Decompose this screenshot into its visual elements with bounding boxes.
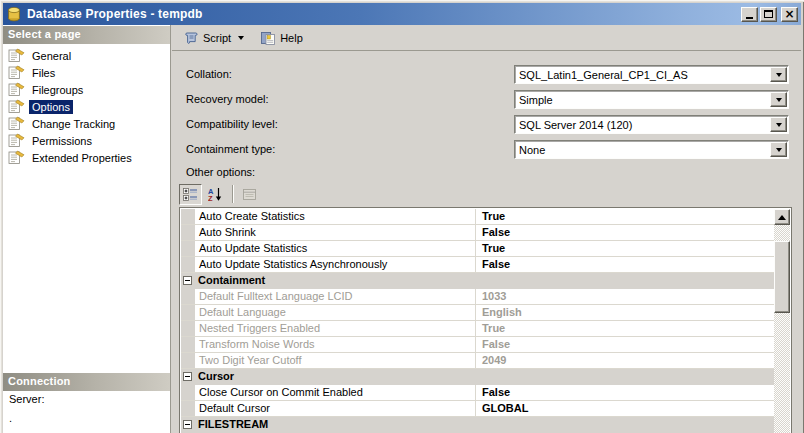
- form-field-row: Containment type: None: [172, 140, 801, 165]
- script-dropdown-icon[interactable]: [238, 36, 244, 40]
- grid-row[interactable]: Cursor: [181, 369, 774, 385]
- page-icon: [8, 82, 25, 97]
- property-pages-icon: [242, 187, 257, 202]
- form-field-row: Collation: SQL_Latin1_General_CP1_CI_AS: [172, 65, 801, 90]
- property-value[interactable]: False: [476, 225, 774, 240]
- grid-row[interactable]: Close Cursor on Commit Enabled False: [181, 385, 774, 401]
- collapse-icon[interactable]: [183, 372, 192, 381]
- category-indent-strip: [181, 385, 195, 400]
- sidebar-page-item[interactable]: Filegroups: [4, 81, 169, 98]
- property-value[interactable]: English: [476, 305, 774, 320]
- property-name: Auto Update Statistics: [195, 241, 476, 256]
- categorized-icon: [183, 187, 198, 202]
- scrollbar-up-button[interactable]: [774, 209, 790, 225]
- combo-box[interactable]: Simple: [514, 90, 789, 109]
- sidebar-page-item[interactable]: Files: [4, 64, 169, 81]
- combo-dropdown-button[interactable]: [770, 92, 787, 107]
- combo-dropdown-button[interactable]: [770, 117, 787, 132]
- grid-row[interactable]: Auto Create Statistics True: [181, 209, 774, 225]
- property-name: Transform Noise Words: [195, 337, 476, 352]
- database-properties-dialog: Database Properties - tempdb × Select a …: [0, 0, 804, 433]
- scrollbar-thumb[interactable]: [774, 241, 790, 313]
- sidebar-page-label: Filegroups: [29, 83, 86, 97]
- combo-selected-value: SQL_Latin1_General_CP1_CI_AS: [515, 69, 769, 81]
- help-label: Help: [280, 32, 303, 44]
- combo-box[interactable]: SQL Server 2014 (120): [514, 115, 789, 134]
- sidebar-page-item[interactable]: Extended Properties: [4, 149, 169, 166]
- property-value[interactable]: True: [476, 241, 774, 256]
- property-value[interactable]: GLOBAL: [476, 401, 774, 416]
- close-button[interactable]: ×: [781, 7, 798, 22]
- category-indent-strip: [181, 241, 195, 256]
- sidebar-page-label: Permissions: [29, 134, 95, 148]
- property-value[interactable]: False: [476, 385, 774, 400]
- property-name: Auto Update Statistics Asynchronously: [195, 257, 476, 272]
- form-field-row: Compatibility level: SQL Server 2014 (12…: [172, 115, 801, 140]
- sidebar-page-item[interactable]: General: [4, 47, 169, 64]
- property-value[interactable]: 2049: [476, 353, 774, 368]
- grid-row[interactable]: Nested Triggers Enabled True: [181, 321, 774, 337]
- sidebar-page-item[interactable]: Change Tracking: [4, 115, 169, 132]
- category-indent-strip: [181, 225, 195, 240]
- categorized-button[interactable]: [179, 184, 202, 205]
- chevron-down-icon: [776, 73, 782, 77]
- options-form: Collation: SQL_Latin1_General_CP1_CI_AS …: [172, 65, 801, 165]
- collapse-icon[interactable]: [183, 420, 192, 429]
- category-indent-strip: [181, 321, 195, 336]
- property-value[interactable]: False: [476, 257, 774, 272]
- property-name: Default Fulltext Language LCID: [195, 289, 476, 304]
- combo-dropdown-button[interactable]: [770, 67, 787, 82]
- category-indent-strip: [181, 273, 195, 289]
- combo-selected-value: Simple: [515, 94, 769, 106]
- options-page-panel: Script Help Collation: S: [172, 25, 801, 433]
- grid-row[interactable]: Default Cursor GLOBAL: [181, 401, 774, 417]
- connection-info: Server: .: [9, 393, 168, 424]
- grid-row[interactable]: FILESTREAM: [181, 417, 774, 433]
- field-label: Compatibility level:: [186, 118, 278, 130]
- property-value[interactable]: True: [476, 209, 774, 224]
- grid-row[interactable]: Default Fulltext Language LCID 1033: [181, 289, 774, 305]
- script-icon: [183, 30, 199, 46]
- sidebar-page-label: General: [29, 49, 74, 63]
- other-options-label: Other options:: [186, 166, 255, 178]
- grid-row[interactable]: Two Digit Year Cutoff 2049: [181, 353, 774, 369]
- sidebar-page-label: Change Tracking: [29, 117, 118, 131]
- chevron-down-icon: [776, 98, 782, 102]
- minimize-button[interactable]: [741, 7, 758, 22]
- grid-row[interactable]: Default Language English: [181, 305, 774, 321]
- grid-row[interactable]: Auto Update Statistics Asynchronously Fa…: [181, 257, 774, 273]
- collapse-icon[interactable]: [183, 276, 192, 285]
- property-name: Auto Shrink: [195, 225, 476, 240]
- grid-row[interactable]: Transform Noise Words False: [181, 337, 774, 353]
- alphabetical-sort-button[interactable]: A Z: [204, 184, 227, 205]
- property-pages-button: [238, 184, 261, 205]
- category-indent-strip: [181, 353, 195, 368]
- grid-row[interactable]: Auto Update Statistics True: [181, 241, 774, 257]
- help-button[interactable]: Help: [255, 27, 308, 49]
- sidebar-page-label: Extended Properties: [29, 151, 135, 165]
- page-icon: [8, 133, 25, 148]
- grid-row[interactable]: Containment: [181, 273, 774, 289]
- grid-scrollbar[interactable]: [774, 209, 790, 433]
- page-icon: [8, 116, 25, 131]
- property-name: Close Cursor on Commit Enabled: [195, 385, 476, 400]
- property-value[interactable]: False: [476, 337, 774, 352]
- help-icon: [260, 30, 276, 46]
- grid-row[interactable]: Auto Shrink False: [181, 225, 774, 241]
- property-value[interactable]: True: [476, 321, 774, 336]
- sidebar-page-item[interactable]: Options: [4, 98, 169, 115]
- property-grid: Auto Create Statistics True Auto Shrink …: [179, 207, 792, 433]
- connection-header: Connection: [3, 373, 170, 391]
- category-indent-strip: [181, 257, 195, 272]
- combo-box[interactable]: None: [514, 140, 789, 159]
- combo-box[interactable]: SQL_Latin1_General_CP1_CI_AS: [514, 65, 789, 84]
- maximize-button[interactable]: [760, 7, 777, 22]
- title-bar: Database Properties - tempdb ×: [3, 3, 801, 25]
- property-name: Two Digit Year Cutoff: [195, 353, 476, 368]
- script-button[interactable]: Script: [178, 27, 249, 49]
- combo-dropdown-button[interactable]: [770, 142, 787, 157]
- field-label: Containment type:: [186, 143, 275, 155]
- sidebar-page-item[interactable]: Permissions: [4, 132, 169, 149]
- property-value[interactable]: 1033: [476, 289, 774, 304]
- sidebar-page-label: Files: [29, 66, 58, 80]
